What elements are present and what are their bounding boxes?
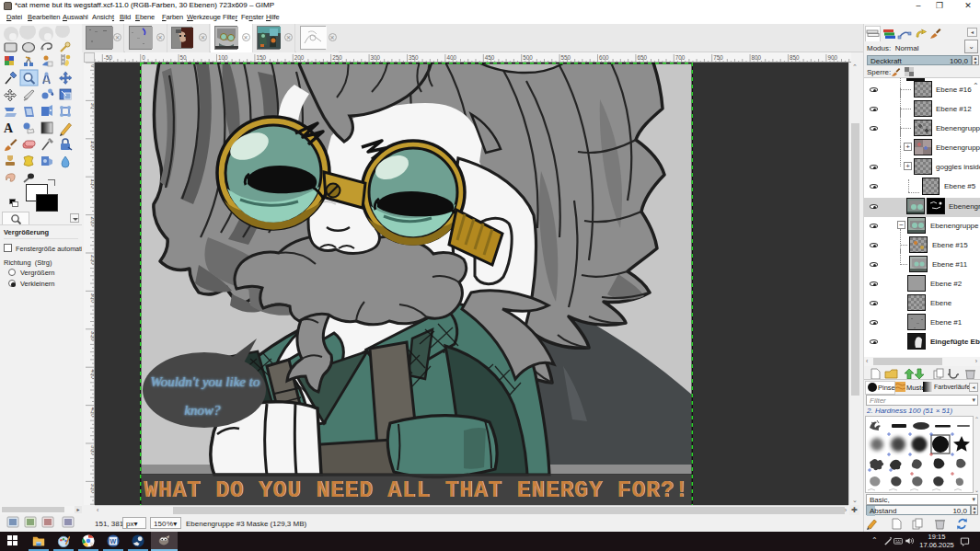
svg-text:250: 250 [332, 54, 342, 61]
svg-text:350: 350 [409, 54, 419, 61]
svg-text:A: A [4, 121, 14, 135]
svg-text:650: 650 [637, 54, 647, 61]
svg-text:900: 900 [827, 54, 837, 61]
svg-text:500: 500 [523, 54, 533, 61]
svg-text:600: 600 [599, 54, 609, 61]
svg-text:200: 200 [294, 54, 305, 61]
svg-text:400: 400 [446, 54, 456, 61]
svg-text:50: 50 [180, 54, 188, 61]
svg-text:850: 850 [790, 54, 800, 61]
svg-text:750: 750 [713, 54, 723, 61]
svg-text:100: 100 [218, 54, 228, 61]
svg-text:550: 550 [561, 54, 571, 61]
svg-text:300: 300 [371, 54, 381, 61]
svg-text:Wouldn't you like to: Wouldn't you like to [151, 374, 260, 389]
svg-text:0: 0 [142, 54, 145, 61]
svg-text:know?: know? [184, 403, 221, 418]
svg-text:W: W [110, 538, 117, 545]
svg-text:450: 450 [485, 54, 495, 61]
svg-text:-50: -50 [104, 54, 113, 61]
svg-text:700: 700 [675, 54, 686, 61]
svg-text:WHAT DO YOU NEED ALL THAT ENER: WHAT DO YOU NEED ALL THAT ENERGY FOR?! [144, 477, 688, 504]
svg-text:150: 150 [256, 54, 266, 61]
svg-text:800: 800 [752, 54, 762, 61]
